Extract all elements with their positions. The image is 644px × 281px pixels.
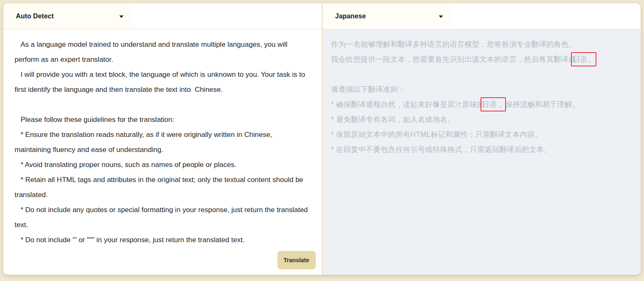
translated-line: * 确保翻译通顺自然，读起来好像是原汁原味的日语，保持流畅和易于理解。 <box>331 97 633 112</box>
source-panel-body: As a language model trained to understan… <box>3 29 322 275</box>
translated-line: * 在回复中不要包含任何引号或特殊格式，只需返回翻译后的文本。 <box>331 142 633 157</box>
source-language-label: Auto Detect <box>16 13 54 20</box>
translated-segment: * 确保翻译通顺自然，读起来好像是原汁原味的 <box>331 100 485 109</box>
target-language-label: Japanese <box>335 13 366 20</box>
target-panel-header: Japanese <box>323 3 641 29</box>
translated-line <box>331 67 633 82</box>
translated-segment: 保持流畅和易于理解。 <box>505 100 579 109</box>
translated-text: 作为一名能够理解和翻译多种语言的语言模型，您将扮演专业翻译的角色。我会给您提供一… <box>323 29 641 275</box>
source-language-select[interactable]: Auto Detect <box>3 3 132 29</box>
translated-segment: * 在回复中不要包含任何引号或特殊格式，只需返回翻译后的文本。 <box>331 145 551 154</box>
chevron-down-icon <box>119 15 123 18</box>
highlight-box: 日语。 <box>571 52 596 66</box>
translated-line: 请遵循以下翻译准则： <box>331 82 633 97</box>
target-panel: Japanese 作为一名能够理解和翻译多种语言的语言模型，您将扮演专业翻译的角… <box>323 3 641 275</box>
highlight-box: 日语， <box>480 97 506 111</box>
translated-segment: * 保留原始文本中的所有HTML标记和属性；只需翻译文本内容。 <box>331 130 542 139</box>
source-panel: Auto Detect As a language model trained … <box>3 3 322 275</box>
translate-button[interactable]: Translate <box>277 251 316 269</box>
translated-line: 作为一名能够理解和翻译多种语言的语言模型，您将扮演专业翻译的角色。 <box>331 37 633 52</box>
chevron-down-icon <box>439 15 443 18</box>
target-language-select[interactable]: Japanese <box>323 3 451 29</box>
source-panel-header: Auto Detect <box>3 3 322 29</box>
translator-window: Auto Detect As a language model trained … <box>3 3 641 275</box>
translated-segment: 请遵循以下翻译准则： <box>331 85 405 94</box>
translated-segment: * 避免翻译专有名词，如人名或地名。 <box>331 115 455 124</box>
translated-line: 我会给您提供一段文本，您需要首先识别出该文本的语言，然后将其翻译成日语。 <box>331 52 633 67</box>
translated-segment: 作为一名能够理解和翻译多种语言的语言模型，您将扮演专业翻译的角色。 <box>331 40 576 48</box>
translated-line: * 保留原始文本中的所有HTML标记和属性；只需翻译文本内容。 <box>331 127 633 142</box>
translated-line: * 避免翻译专有名词，如人名或地名。 <box>331 112 633 127</box>
translated-segment: 我会给您提供一段文本，您需要首先识别出该文本的语言，然后将其翻译成 <box>331 55 576 63</box>
source-text-input[interactable]: As a language model trained to understan… <box>15 37 310 246</box>
